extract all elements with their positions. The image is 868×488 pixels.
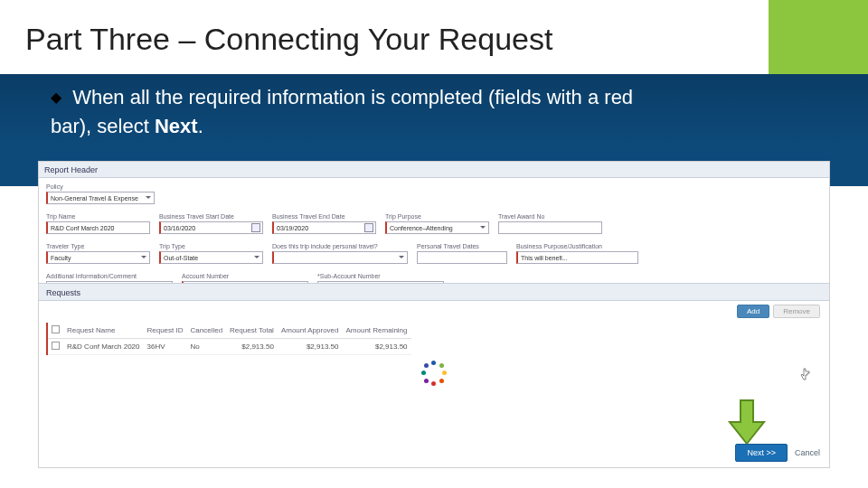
- end-date-label: Business Travel End Date: [272, 213, 376, 220]
- pointer-cursor-icon: [800, 368, 811, 380]
- sub-account-label: *Sub-Account Number: [317, 273, 444, 279]
- callout-arrow-icon: [726, 399, 768, 446]
- personal-travel-label: Does this trip include personal travel?: [272, 243, 408, 249]
- account-number-label: Account Number: [182, 273, 308, 279]
- trip-name-input[interactable]: R&D Conf March 2020: [46, 221, 150, 234]
- calendar-icon[interactable]: [251, 223, 260, 232]
- col-request-name: Request Name: [63, 323, 143, 339]
- table-row[interactable]: R&D Conf March 2020 36HV No $2,913.50 $2…: [47, 339, 411, 355]
- trip-name-label: Trip Name: [46, 213, 150, 220]
- business-purpose-input[interactable]: This will benefi...: [516, 251, 638, 264]
- personal-dates-input[interactable]: [417, 251, 507, 264]
- remove-button[interactable]: Remove: [773, 305, 820, 318]
- col-amount-remaining: Amount Remaining: [342, 323, 410, 339]
- cell-request-name: R&D Conf March 2020: [63, 339, 143, 355]
- report-header-bar: Report Header: [39, 162, 829, 178]
- cancel-link[interactable]: Cancel: [795, 448, 820, 457]
- policy-select[interactable]: Non-General Travel & Expense: [46, 192, 155, 204]
- travel-award-input[interactable]: [498, 221, 602, 234]
- row-checkbox[interactable]: [52, 342, 60, 350]
- cell-request-total: $2,913.50: [226, 339, 278, 355]
- end-date-input[interactable]: 03/19/2020: [272, 221, 376, 234]
- calendar-icon[interactable]: [364, 223, 373, 232]
- requests-table: Request Name Request ID Cancelled Reques…: [46, 323, 411, 355]
- traveler-type-select[interactable]: Faculty: [46, 251, 150, 264]
- bullet-text-1: all the required information is complete…: [125, 86, 634, 108]
- start-date-input[interactable]: 03/16/2020: [159, 221, 263, 234]
- bullet-bold: Next: [155, 115, 198, 137]
- bullet-icon: ◆: [51, 89, 61, 105]
- bullet-period: .: [198, 115, 203, 137]
- col-request-id: Request ID: [143, 323, 186, 339]
- trip-purpose-label: Trip Purpose: [385, 213, 489, 220]
- embedded-screenshot: Report Header Policy Non-General Travel …: [38, 161, 830, 468]
- cell-request-id: 36HV: [143, 339, 186, 355]
- requests-section-header: Requests: [39, 283, 829, 301]
- policy-label: Policy: [46, 183, 155, 190]
- slide-title: Part Three – Connecting Your Request: [25, 22, 552, 57]
- trip-purpose-select[interactable]: Conference–Attending: [385, 221, 489, 234]
- business-purpose-label: Business Purpose/Justification: [516, 243, 638, 249]
- add-button[interactable]: Add: [737, 305, 769, 318]
- cell-cancelled: No: [187, 339, 227, 355]
- additional-info-label: Additional Information/Comment: [46, 273, 173, 279]
- select-all-checkbox[interactable]: [52, 325, 60, 333]
- next-button[interactable]: Next >>: [735, 444, 788, 462]
- table-header-row: Request Name Request ID Cancelled Reques…: [47, 323, 411, 339]
- footer-buttons: Next >> Cancel: [735, 444, 820, 462]
- col-amount-approved: Amount Approved: [278, 323, 343, 339]
- traveler-type-label: Traveler Type: [46, 243, 150, 249]
- start-date-label: Business Travel Start Date: [159, 213, 263, 220]
- cell-amount-approved: $2,913.50: [278, 339, 343, 355]
- accent-bar: [769, 0, 868, 74]
- col-request-total: Request Total: [226, 323, 278, 339]
- slide-bullet: ◆ When all the required information is c…: [51, 83, 832, 141]
- bullet-text-2: bar), select: [51, 115, 155, 137]
- col-cancelled: Cancelled: [187, 323, 227, 339]
- personal-dates-label: Personal Travel Dates: [417, 243, 507, 249]
- cell-amount-remaining: $2,913.50: [342, 339, 410, 355]
- travel-award-label: Travel Award No: [498, 213, 602, 220]
- trip-type-label: Trip Type: [159, 243, 263, 249]
- personal-travel-select[interactable]: [272, 251, 408, 264]
- loading-spinner-icon: [421, 361, 447, 386]
- bullet-lead: When: [72, 86, 124, 108]
- trip-type-select[interactable]: Out-of-State: [159, 251, 263, 264]
